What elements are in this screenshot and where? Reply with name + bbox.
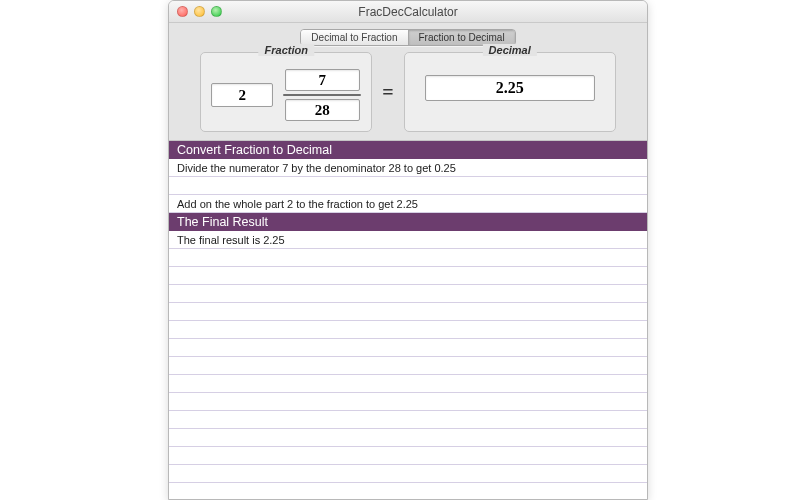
top-section: Decimal to Fraction Fraction to Decimal …	[169, 23, 647, 141]
fraction-stack	[283, 69, 361, 121]
step-line: Add on the whole part 2 to the fraction …	[169, 195, 647, 213]
section-header-result: The Final Result	[169, 213, 647, 231]
minimize-icon[interactable]	[194, 6, 205, 17]
zoom-icon[interactable]	[211, 6, 222, 17]
app-window: FracDecCalculator Decimal to Fraction Fr…	[168, 0, 648, 500]
fraction-bar-icon	[283, 94, 361, 96]
tab-decimal-to-fraction[interactable]: Decimal to Fraction	[301, 30, 407, 45]
fraction-panel: Fraction	[200, 52, 372, 132]
denominator-field[interactable]	[285, 99, 360, 121]
titlebar: FracDecCalculator	[169, 1, 647, 23]
section-header-convert: Convert Fraction to Decimal	[169, 141, 647, 159]
window-title: FracDecCalculator	[169, 5, 647, 19]
equals-label: =	[380, 52, 395, 132]
decimal-label: Decimal	[483, 44, 537, 56]
whole-number-field[interactable]	[211, 83, 273, 107]
steps-area: Convert Fraction to Decimal Divide the n…	[169, 141, 647, 499]
decimal-panel: Decimal	[404, 52, 616, 132]
decimal-field[interactable]	[425, 75, 595, 101]
fraction-label: Fraction	[259, 44, 314, 56]
step-line: Divide the numerator 7 by the denominato…	[169, 159, 647, 177]
tab-fraction-to-decimal[interactable]: Fraction to Decimal	[408, 30, 515, 45]
step-line: The final result is 2.25	[169, 231, 647, 249]
numerator-field[interactable]	[285, 69, 360, 91]
traffic-lights	[169, 6, 222, 17]
close-icon[interactable]	[177, 6, 188, 17]
step-line-blank	[169, 177, 647, 195]
